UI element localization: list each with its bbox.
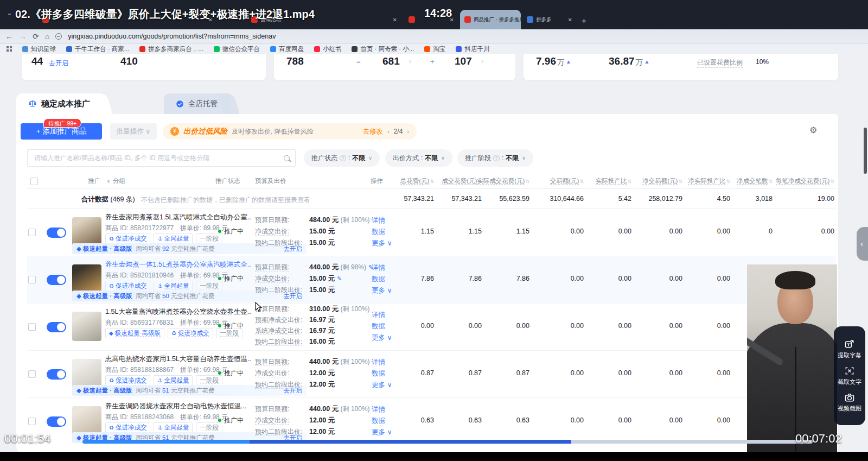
bookmark-favicon xyxy=(456,46,462,52)
product-title[interactable]: 养生壶家用煮茶器1.5L蒸汽喷淋式全自动办公室... xyxy=(105,213,251,222)
promotion-toggle[interactable] xyxy=(47,228,66,238)
summary-note: 不包含已删除推广的数据，已删除推广的数据请至报表查看 xyxy=(141,195,310,205)
budget-label: 净成交出价: xyxy=(255,274,309,283)
scrollbar-thumb[interactable] xyxy=(864,128,867,174)
product-title[interactable]: 养生壶调奶器烧水壶家用全自动电热水壶恒温... xyxy=(105,402,251,411)
tag-feature[interactable]: ⚓全局起量 xyxy=(154,233,193,244)
stat-pending-action-link[interactable]: 去开启 xyxy=(49,59,68,68)
funnel-icon[interactable]: ▼ xyxy=(106,179,111,184)
tab-close-icon[interactable]: ✕ xyxy=(390,17,397,23)
row-checkbox[interactable] xyxy=(28,229,36,236)
bookmark-item[interactable]: 百度网盘 xyxy=(270,45,304,53)
budget-remaining: (剩 100%) xyxy=(339,216,369,224)
tag-feature[interactable]: ⚓全局起量 xyxy=(154,375,193,386)
filter-label: 出价方式 xyxy=(393,154,419,163)
metric-header[interactable]: 净成交笔数⇅ xyxy=(702,177,773,185)
alert-next-icon[interactable]: › xyxy=(407,128,409,135)
action-link[interactable]: 更多 ∨ xyxy=(372,380,392,391)
capture-text-button[interactable]: 截取文字 xyxy=(838,365,861,386)
promotion-toggle[interactable] xyxy=(47,369,66,380)
gear-icon[interactable]: ⚙ xyxy=(809,125,817,135)
back-icon[interactable]: ← xyxy=(5,33,13,40)
video-screenshot-button[interactable]: 视频截图 xyxy=(838,392,861,413)
row-checkbox[interactable] xyxy=(28,323,36,331)
bookmark-favicon xyxy=(270,46,276,52)
tag-feature[interactable]: ⚓全局起量 xyxy=(154,281,193,291)
action-link[interactable]: 更多 ∨ xyxy=(372,285,392,296)
tag-feature[interactable]: ⚓全局起量 xyxy=(154,422,193,433)
home-icon[interactable]: ⌂ xyxy=(45,33,49,40)
product-title[interactable]: 养生壶炖煮一体1.5L煮茶器办公室蒸汽喷淋式全...✎ xyxy=(105,260,251,269)
bookmark-item[interactable]: 小红书 xyxy=(314,45,342,53)
sort-icon[interactable]: ⇅ xyxy=(830,179,834,184)
browser-tab[interactable]: 商品推广 - 拼多多推广平台✕ xyxy=(460,10,521,29)
bookmark-label: 淘宝 xyxy=(433,45,445,53)
action-link[interactable]: 详情 xyxy=(372,215,392,226)
tab-close-icon[interactable]: ✕ xyxy=(565,17,572,23)
bookmark-item[interactable]: 千牛工作台 · 商家... xyxy=(66,45,129,53)
budget-label: 预期净成交出价: xyxy=(255,315,309,325)
action-link[interactable]: 详情 xyxy=(372,404,392,415)
new-tab-button[interactable]: + xyxy=(582,16,586,25)
row-checkbox[interactable] xyxy=(28,370,36,378)
table-rows: 养生壶家用煮茶器1.5L蒸汽喷淋式全自动办公室...商品 ID: 8582017… xyxy=(27,209,835,452)
filter-value: 不限 xyxy=(506,154,519,163)
extract-subtitles-button[interactable]: 提取字幕 xyxy=(838,339,861,359)
col-group[interactable]: 分组 xyxy=(113,177,125,185)
promotion-toggle[interactable] xyxy=(47,322,66,332)
tag-feature[interactable]: ♻促进净成交 xyxy=(105,422,150,433)
metric-header[interactable]: 每笔净成交花费(元)⇅ xyxy=(764,177,834,185)
select-all-checkbox[interactable] xyxy=(30,178,38,185)
tab-search-chevron-icon[interactable]: ⌄ xyxy=(7,9,12,17)
sidebar-collapse-handle[interactable]: ‹ xyxy=(857,227,868,261)
bookmark-item[interactable]: 抖店千川 xyxy=(456,45,489,53)
video-progress-bar[interactable] xyxy=(82,440,813,444)
product-title[interactable]: 1.5L大容量蒸汽喷淋煮茶器办公室烧水壶养生壶... xyxy=(105,307,251,317)
product-image xyxy=(72,264,101,294)
alert-fix-link[interactable]: 去修改 xyxy=(362,127,383,136)
search-input[interactable] xyxy=(33,154,284,162)
promotion-toggle[interactable] xyxy=(47,275,66,285)
bookmark-item[interactable]: 微信公众平台 xyxy=(214,45,260,53)
search-icon[interactable] xyxy=(284,155,290,161)
tab-full-store-hosting[interactable]: 全店托管 xyxy=(164,93,229,114)
promotion-toggle[interactable] xyxy=(47,416,66,427)
filter-0[interactable]: 推广状态?:不限∨ xyxy=(304,149,380,167)
action-link[interactable]: 详情 xyxy=(372,262,392,274)
chevron-right-icon[interactable]: › xyxy=(409,57,411,65)
budget-label: 预算日限额: xyxy=(255,263,309,272)
edit-icon[interactable]: ✎ xyxy=(337,275,342,282)
tag-feature[interactable]: ♻促进净成交 xyxy=(105,281,150,291)
action-link[interactable]: 更多 ∨ xyxy=(372,427,392,438)
product-title[interactable]: 志高电热烧水壶家用1.5L大容量自动养生壶恒温... xyxy=(105,355,251,364)
action-link[interactable]: 详情 xyxy=(372,310,392,321)
action-link[interactable]: 更多 ∨ xyxy=(372,332,392,344)
tab-stable-cost-promotion[interactable]: 稳定成本推广 xyxy=(16,93,102,114)
apps-grid-icon[interactable] xyxy=(7,46,12,52)
row-checkbox[interactable] xyxy=(28,276,36,283)
action-link[interactable]: 详情 xyxy=(372,357,392,368)
forward-icon[interactable]: → xyxy=(19,33,27,40)
batch-actions-button[interactable]: 批量操作 ∨ xyxy=(110,123,157,140)
bookmark-item[interactable]: 知识星球 xyxy=(22,45,56,53)
tag-feature[interactable]: ♻促进净成交 xyxy=(105,233,150,244)
chevron-right-icon[interactable]: › xyxy=(481,57,483,65)
alert-prev-icon[interactable]: ‹ xyxy=(387,128,390,135)
filter-colon: : xyxy=(502,154,503,162)
tag-feature[interactable]: ♻促进净成交 xyxy=(105,375,150,386)
chevron-down-icon: ∨ xyxy=(522,155,526,161)
address-bar[interactable]: yingxiao.pinduoduo.com/goods/promotion/l… xyxy=(68,33,276,40)
tag-feature[interactable]: ◆极速起量·高级版 xyxy=(105,328,164,338)
budget-label: 系统净成交出价: xyxy=(255,326,309,336)
reload-icon[interactable]: ⟳ xyxy=(33,33,39,40)
tag-feature[interactable]: ♻促进净成交 xyxy=(168,328,213,338)
bookmark-item[interactable]: 首页 · 阿奇索 · 小... xyxy=(352,45,414,53)
browser-tab[interactable]: 拼多多✕ xyxy=(522,10,577,29)
action-link[interactable]: 更多 ∨ xyxy=(372,238,392,249)
bookmark-item[interactable]: 淘宝 xyxy=(424,45,445,53)
filter-2[interactable]: 推广阶段?:不限∨ xyxy=(457,149,533,167)
filter-1[interactable]: 出价方式:不限∨ xyxy=(385,149,452,167)
site-permissions-icon[interactable] xyxy=(55,33,62,40)
row-checkbox[interactable] xyxy=(28,418,36,425)
bookmark-item[interactable]: 拼多多商家后台，... xyxy=(139,45,203,53)
